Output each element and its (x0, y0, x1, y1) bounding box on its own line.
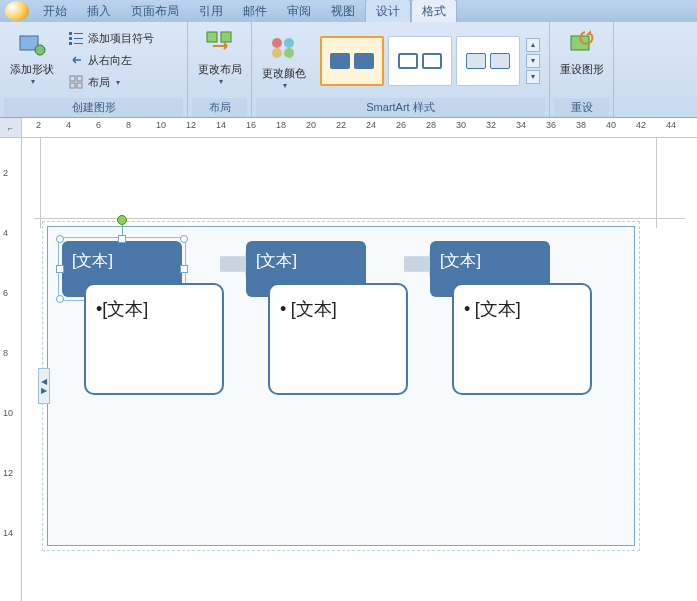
horizontal-ruler[interactable]: 2468101214161820222426283032343638404244 (22, 118, 697, 137)
tab-review[interactable]: 审阅 (277, 0, 321, 22)
ruler-tick: 32 (486, 120, 496, 130)
svg-rect-12 (207, 32, 217, 42)
style-item-2[interactable] (388, 36, 452, 86)
svg-point-1 (35, 45, 45, 55)
node-sub-text: [文本] (102, 299, 148, 319)
tab-design[interactable]: 设计 (365, 0, 411, 22)
resize-handle[interactable] (118, 235, 126, 243)
change-colors-icon (268, 32, 300, 64)
ruler-tick: 14 (216, 120, 226, 130)
layout-label: 布局 (88, 75, 110, 90)
resize-handle[interactable] (180, 235, 188, 243)
gallery-more-button[interactable]: ▾ (526, 70, 540, 84)
rtl-button[interactable]: 从右向左 (64, 50, 158, 70)
change-colors-button[interactable]: 更改颜色 ▾ (256, 28, 312, 94)
ruler-tick: 34 (516, 120, 526, 130)
resize-handle[interactable] (56, 295, 64, 303)
ruler-tick: 22 (336, 120, 346, 130)
node-sub-text: [文本] (291, 299, 337, 319)
office-button[interactable] (5, 1, 29, 21)
ruler-tick: 42 (636, 120, 646, 130)
add-shape-label: 添加形状 (10, 62, 54, 77)
ruler-tick: 12 (3, 468, 13, 478)
resize-handle[interactable] (56, 265, 64, 273)
svg-rect-3 (74, 33, 83, 34)
margin-guide (40, 138, 41, 228)
tab-references[interactable]: 引用 (189, 0, 233, 22)
ruler-tick: 8 (126, 120, 131, 130)
style-preview-shape (466, 53, 486, 69)
bullet-icon (68, 30, 84, 46)
document-page[interactable]: ◀▶ [文本] (22, 138, 697, 601)
add-shape-icon (16, 28, 48, 60)
ruler-tick: 16 (246, 120, 256, 130)
style-preview-shape (490, 53, 510, 69)
tab-page-layout[interactable]: 页面布局 (121, 0, 189, 22)
bullet-char: • (464, 299, 470, 319)
svg-rect-6 (69, 42, 72, 45)
node-main-text: [文本] (256, 252, 297, 269)
ruler-tick: 2 (36, 120, 41, 130)
rtl-icon (68, 52, 84, 68)
node-sub-1[interactable]: •[文本] (84, 283, 224, 395)
node-main-text: [文本] (440, 252, 481, 269)
group-label-layout: 布局 (192, 98, 247, 117)
ruler-tick: 40 (606, 120, 616, 130)
group-label-shape: 创建图形 (4, 98, 183, 117)
ruler-tick: 18 (276, 120, 286, 130)
ruler-tick: 4 (3, 228, 8, 238)
node-sub-text: [文本] (475, 299, 521, 319)
ruler-tick: 6 (96, 120, 101, 130)
resize-handle[interactable] (56, 235, 64, 243)
gallery-spin: ▴ ▾ ▾ (526, 38, 540, 84)
tab-home[interactable]: 开始 (33, 0, 77, 22)
svg-rect-4 (69, 37, 72, 40)
rtl-label: 从右向左 (88, 53, 132, 68)
svg-rect-9 (77, 76, 82, 81)
ruler-tick: 10 (156, 120, 166, 130)
ruler-tick: 36 (546, 120, 556, 130)
tab-mailings[interactable]: 邮件 (233, 0, 277, 22)
margin-guide (34, 218, 685, 219)
svg-point-16 (272, 48, 282, 58)
add-shape-button[interactable]: 添加形状 ▾ (4, 24, 60, 90)
text-pane-toggle[interactable]: ◀▶ (38, 368, 50, 404)
tab-insert[interactable]: 插入 (77, 0, 121, 22)
gallery-down-button[interactable]: ▾ (526, 54, 540, 68)
chevron-down-icon: ▾ (283, 81, 287, 90)
style-item-3[interactable] (456, 36, 520, 86)
ruler-tick: 38 (576, 120, 586, 130)
ruler-corner[interactable]: ⌐ (0, 118, 22, 137)
tab-view[interactable]: 视图 (321, 0, 365, 22)
style-item-1[interactable] (320, 36, 384, 86)
reset-label: 重设图形 (560, 62, 604, 77)
ruler-tick: 26 (396, 120, 406, 130)
gallery-up-button[interactable]: ▴ (526, 38, 540, 52)
rotation-handle[interactable] (117, 215, 127, 225)
vertical-ruler[interactable]: 2468101214 (0, 138, 22, 601)
smartart-frame[interactable]: ◀▶ [文本] (47, 226, 635, 546)
layout-button[interactable]: 布局 ▾ (64, 72, 158, 92)
svg-rect-10 (70, 83, 75, 88)
style-preview-shape (398, 53, 418, 69)
resize-handle[interactable] (180, 265, 188, 273)
svg-rect-2 (69, 32, 72, 35)
svg-point-17 (284, 48, 294, 58)
ruler-tick: 24 (366, 120, 376, 130)
ruler-tick: 20 (306, 120, 316, 130)
add-bullet-button[interactable]: 添加项目符号 (64, 28, 158, 48)
ruler-tick: 30 (456, 120, 466, 130)
group-label-reset: 重设 (554, 98, 609, 117)
ruler-tick: 14 (3, 528, 13, 538)
style-preview-shape (354, 53, 374, 69)
node-sub-3[interactable]: • [文本] (452, 283, 592, 395)
node-sub-2[interactable]: • [文本] (268, 283, 408, 395)
svg-rect-7 (74, 43, 83, 44)
reset-graphic-button[interactable]: 重设图形 (554, 24, 609, 81)
style-preview-shape (330, 53, 350, 69)
change-layout-button[interactable]: 更改布局 ▾ (192, 24, 247, 90)
chevron-down-icon: ▾ (31, 77, 35, 86)
chevron-down-icon: ▾ (219, 77, 223, 86)
tab-format[interactable]: 格式 (411, 0, 457, 22)
ruler-tick: 8 (3, 348, 8, 358)
